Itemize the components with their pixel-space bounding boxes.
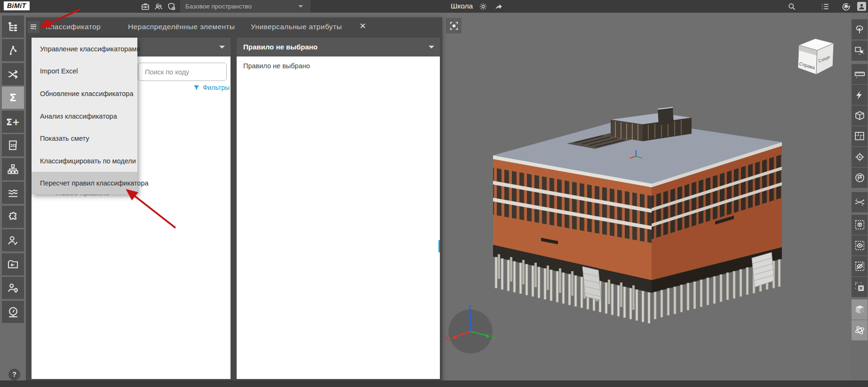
sigma-plus-icon[interactable]: Σ+ <box>2 111 24 133</box>
scrollbar-indicator[interactable] <box>438 240 440 252</box>
menu-item-recalculate-rules[interactable]: Пересчет правил классификатора <box>32 172 137 194</box>
left-toolbar: Σ Σ+ 2D ? <box>0 13 26 387</box>
list-icon[interactable] <box>820 2 830 11</box>
nav-cube[interactable]: Справа Сзади <box>798 39 834 74</box>
viewport-toolbar: 12 <box>851 13 868 387</box>
sigma-icon[interactable]: Σ <box>2 87 24 109</box>
chevron-down-icon <box>298 5 303 10</box>
user-badge-icon[interactable] <box>857 2 866 11</box>
chevron-down-icon <box>219 46 225 51</box>
menu-button[interactable] <box>28 21 40 33</box>
isolate-selection-icon[interactable] <box>852 215 868 235</box>
filter-funnel-icon <box>193 84 200 91</box>
top-bar: BiMiT Базовое пространство Школа <box>0 0 868 13</box>
filters-link[interactable]: Фильтры <box>193 84 230 91</box>
axis-gizmo[interactable]: Z X Y <box>446 305 496 354</box>
clear-selection-icon[interactable] <box>852 277 868 297</box>
project-title: Школа <box>451 0 473 13</box>
classifier-menu: Управление классификаторами Import Excel… <box>32 38 137 194</box>
shield-icon[interactable] <box>167 2 176 11</box>
select-region-icon[interactable] <box>852 40 868 61</box>
hide-selection-icon[interactable] <box>852 256 868 276</box>
search-input[interactable] <box>138 63 227 81</box>
ruler-icon[interactable] <box>852 64 868 84</box>
model-tree-icon[interactable] <box>2 16 24 38</box>
folder-export-icon[interactable] <box>2 253 24 275</box>
workspace-label: Базовое пространство <box>185 3 252 10</box>
trends-icon[interactable] <box>2 182 24 204</box>
menu-item-update-classifier[interactable]: Обновление классификатора <box>32 82 137 105</box>
show-selection-icon[interactable] <box>852 235 868 256</box>
menu-item-analyze-classifier[interactable]: Анализ классификатора <box>32 105 137 128</box>
help-button[interactable]: ? <box>8 369 20 380</box>
team-icon[interactable] <box>154 2 163 11</box>
svg-text:1: 1 <box>856 198 857 201</box>
workspace-selector[interactable]: Базовое пространство <box>180 0 311 13</box>
2d-view-icon[interactable]: 2D <box>2 134 24 156</box>
axis-x-label: X <box>446 336 450 341</box>
shuffle-icon[interactable] <box>2 63 24 85</box>
status-bar <box>0 380 868 387</box>
svg-text:2: 2 <box>861 203 863 206</box>
app-logo: BiMiT <box>4 1 30 10</box>
orbit-icon[interactable] <box>852 320 868 340</box>
chevron-down-icon <box>429 46 434 51</box>
classifier-tabbar: Классификатор Нераспределённые элементы … <box>26 17 442 36</box>
plugin-icon[interactable] <box>2 206 24 228</box>
solid-view-icon[interactable] <box>852 299 868 320</box>
filters-label: Фильтры <box>203 84 230 91</box>
sync-notifications-icon[interactable] <box>841 2 851 11</box>
axis-z-label: Z <box>468 305 471 310</box>
org-chart-icon[interactable] <box>2 158 24 180</box>
search-icon[interactable] <box>787 2 796 11</box>
rule-header-label: Правило не выбрано <box>237 38 440 56</box>
menu-item-show-estimate[interactable]: Показать смету <box>32 127 137 150</box>
tree-icon[interactable] <box>852 19 868 40</box>
rule-panel-body: Правило не выбрано <box>237 56 440 379</box>
briefcase-icon[interactable] <box>141 2 150 11</box>
tab-universal-attributes[interactable]: Универсальные атрибуты <box>251 17 342 36</box>
close-icon[interactable]: ✕ <box>357 20 369 32</box>
user-location-icon[interactable] <box>2 277 24 299</box>
menu-item-classify-by-model[interactable]: Классифицировать по модели <box>32 150 137 172</box>
locate-icon[interactable] <box>852 147 868 167</box>
flash-icon[interactable] <box>852 85 868 105</box>
app-root: Справа Сзади Z X Y BiMiT <box>0 0 868 387</box>
flag-icon[interactable] <box>852 168 868 188</box>
svg-text:2D: 2D <box>10 143 16 148</box>
user-check-icon[interactable] <box>2 229 24 251</box>
share-icon[interactable] <box>494 2 503 11</box>
building-model <box>493 107 782 323</box>
gear-icon[interactable] <box>478 2 488 11</box>
branch-icon[interactable] <box>2 39 24 61</box>
tab-unassigned-elements[interactable]: Нераспределённые элементы <box>128 17 235 36</box>
box-3d-icon[interactable] <box>852 105 868 126</box>
rule-dropdown-header[interactable]: Правило не выбрано <box>237 38 440 56</box>
fit-view-button[interactable] <box>446 18 462 33</box>
axis-y-label: Y <box>492 335 496 341</box>
menu-item-manage-classifiers[interactable]: Управление классификаторами <box>32 38 137 60</box>
rule-panel: Правило не выбрано Правило не выбрано <box>237 38 440 379</box>
tab-classifier[interactable]: Классификатор <box>46 17 101 36</box>
section-planes-icon[interactable]: 12 <box>852 192 868 212</box>
rule-empty-text: Правило не выбрано <box>243 62 310 70</box>
floorplan-icon[interactable] <box>852 126 868 146</box>
gauge-icon[interactable] <box>2 301 24 323</box>
menu-item-import-excel[interactable]: Import Excel <box>32 60 137 83</box>
